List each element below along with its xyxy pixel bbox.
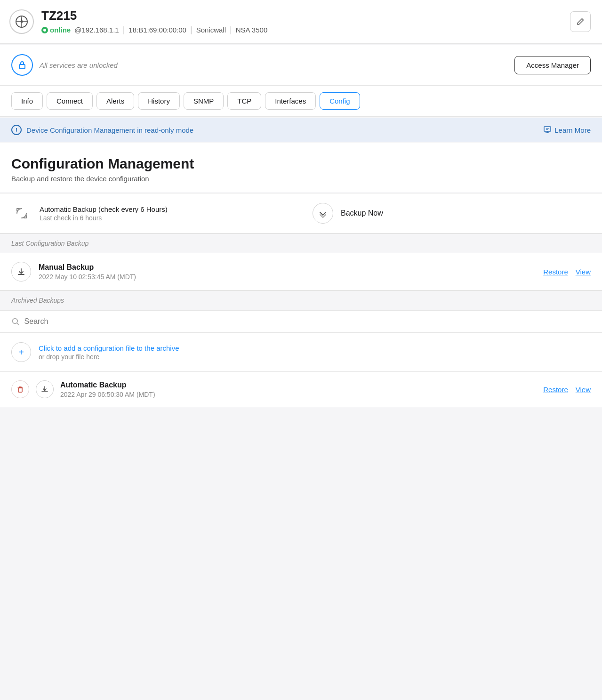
search-icon	[11, 317, 20, 326]
status-text: online	[50, 26, 71, 34]
device-name: TZ215	[41, 8, 267, 23]
svg-rect-6	[544, 127, 551, 131]
lock-icon	[11, 54, 33, 76]
device-mac: 18:B1:69:00:00:00	[128, 26, 186, 34]
access-manager-button[interactable]: Access Manager	[514, 56, 591, 74]
backup-now-icon	[313, 203, 333, 224]
header-left: TZ215 online @192.168.1.1 | 18:B1:69:00:…	[9, 8, 267, 35]
archived-backup-date: 2022 Apr 29 06:50:30 AM (MDT)	[60, 391, 537, 398]
main-content: Configuration Management Backup and rest…	[0, 143, 602, 192]
archived-backup-item: Automatic Backup 2022 Apr 29 06:50:30 AM…	[0, 372, 602, 407]
search-input[interactable]	[24, 317, 591, 326]
add-icon: +	[11, 342, 31, 362]
compass-icon	[9, 9, 34, 34]
notice-message: Device Configuration Management in read-…	[26, 126, 193, 134]
add-archive-text: Click to add a configuration file to the…	[39, 344, 179, 361]
notice-left: ! Device Configuration Management in rea…	[11, 125, 193, 135]
backup-now-button[interactable]: Backup Now	[301, 193, 602, 233]
search-bar	[0, 310, 602, 333]
delete-icon[interactable]	[11, 380, 29, 398]
svg-point-8	[12, 319, 17, 324]
learn-more-label: Learn More	[554, 126, 591, 134]
svg-rect-5	[19, 64, 25, 69]
svg-point-3	[21, 21, 23, 23]
tab-info[interactable]: Info	[11, 92, 43, 110]
access-text: All services are unlocked	[40, 61, 118, 69]
archived-backup-actions: Restore View	[543, 386, 591, 394]
add-archive-item[interactable]: + Click to add a configuration file to t…	[0, 333, 602, 372]
archived-backup-info: Automatic Backup 2022 Apr 29 06:50:30 AM…	[60, 381, 537, 398]
device-ip: @192.168.1.1	[74, 26, 119, 34]
last-backup-download-icon	[11, 262, 31, 282]
edit-button[interactable]	[570, 11, 591, 32]
access-section: All services are unlocked Access Manager	[0, 45, 602, 86]
refresh-icon	[11, 203, 32, 224]
last-backup-name: Manual Backup	[39, 263, 536, 272]
archived-section-label: Archived Backups	[0, 290, 602, 310]
page-subtitle: Backup and restore the device configurat…	[11, 175, 591, 183]
svg-line-9	[17, 323, 18, 324]
tab-history[interactable]: History	[138, 92, 180, 110]
tabs-section: Info Connect Alerts History SNMP TCP Int…	[0, 86, 602, 117]
device-meta: online @192.168.1.1 | 18:B1:69:00:00:00 …	[41, 25, 267, 35]
notice-bar: ! Device Configuration Management in rea…	[0, 118, 602, 142]
last-backup-date: 2022 May 10 02:53:45 AM (MDT)	[39, 273, 536, 281]
separator-3: |	[230, 25, 232, 35]
last-backup-restore-button[interactable]: Restore	[543, 268, 568, 276]
device-vendor: Sonicwall	[196, 26, 226, 34]
add-archive-sub: or drop your file here	[39, 353, 179, 361]
learn-more-link[interactable]: Learn More	[543, 126, 591, 134]
backup-auto-section: Automatic Backup (check every 6 Hours) L…	[0, 193, 602, 233]
tab-tcp[interactable]: TCP	[227, 92, 261, 110]
notice-icon: !	[11, 125, 22, 135]
backup-now-label: Backup Now	[341, 209, 383, 217]
last-backup-item: Manual Backup 2022 May 10 02:53:45 AM (M…	[0, 253, 602, 290]
auto-backup-text: Automatic Backup (check every 6 Hours) L…	[40, 205, 168, 222]
device-model: NSA 3500	[236, 26, 268, 34]
online-dot	[41, 27, 48, 33]
tab-interfaces[interactable]: Interfaces	[265, 92, 316, 110]
online-badge: online	[41, 26, 71, 34]
auto-backup-subtitle: Last check in 6 hours	[40, 214, 168, 222]
tab-config[interactable]: Config	[320, 92, 360, 110]
archived-view-button[interactable]: View	[576, 386, 591, 394]
archived-download-icon[interactable]	[36, 380, 54, 398]
tab-connect[interactable]: Connect	[47, 92, 93, 110]
last-backup-actions: Restore View	[543, 268, 591, 276]
auto-backup-left: Automatic Backup (check every 6 Hours) L…	[0, 193, 301, 233]
device-info: TZ215 online @192.168.1.1 | 18:B1:69:00:…	[41, 8, 267, 35]
header: TZ215 online @192.168.1.1 | 18:B1:69:00:…	[0, 0, 602, 44]
svg-rect-10	[18, 388, 22, 392]
last-backup-section-label: Last Configuration Backup	[0, 233, 602, 253]
tab-alerts[interactable]: Alerts	[96, 92, 134, 110]
last-backup-info: Manual Backup 2022 May 10 02:53:45 AM (M…	[39, 263, 536, 281]
auto-backup-title: Automatic Backup (check every 6 Hours)	[40, 205, 168, 213]
access-left: All services are unlocked	[11, 54, 118, 76]
page-title: Configuration Management	[11, 156, 591, 172]
separator-2: |	[190, 25, 193, 35]
tab-snmp[interactable]: SNMP	[184, 92, 224, 110]
archived-restore-button[interactable]: Restore	[543, 386, 568, 394]
separator-1: |	[123, 25, 125, 35]
add-archive-main: Click to add a configuration file to the…	[39, 344, 179, 352]
last-backup-view-button[interactable]: View	[576, 268, 591, 276]
archived-backup-name: Automatic Backup	[60, 381, 537, 389]
